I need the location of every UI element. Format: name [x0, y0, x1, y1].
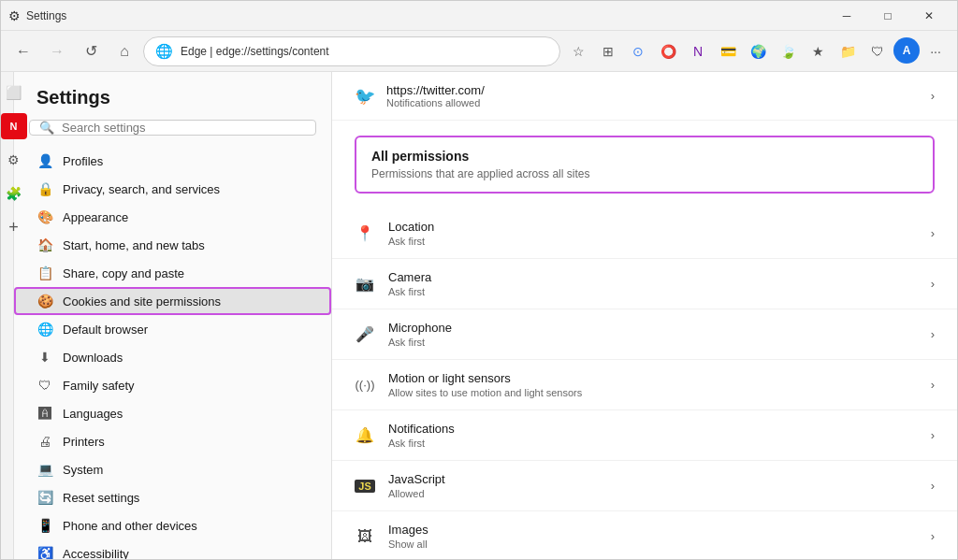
sidebar-item-label-system: System	[63, 463, 103, 477]
onenote-icon-btn[interactable]: N	[684, 37, 712, 65]
sidebar-item-family-safety[interactable]: 🛡 Family safety	[14, 371, 331, 399]
split-button[interactable]: ⊞	[594, 37, 622, 65]
permission-item-javascript[interactable]: JS JavaScript Allowed ›	[332, 461, 957, 511]
permission-item-camera[interactable]: 📷 Camera Ask first ›	[332, 259, 957, 309]
extensions-btn[interactable]: 🧩	[1, 180, 27, 207]
sidebar-item-label-downloads: Downloads	[63, 351, 123, 365]
reset-settings-icon: 🔄	[36, 490, 53, 505]
share-copy-icon: 📋	[36, 266, 53, 280]
twitter-details: https://twitter.com/ Notifications allow…	[386, 83, 485, 108]
sidebar-item-label-profiles: Profiles	[63, 154, 103, 168]
tabs-button[interactable]: ⬜	[1, 79, 27, 106]
content-area: 🐦 https://twitter.com/ Notifications all…	[332, 72, 957, 559]
location-name: Location	[388, 220, 434, 234]
sidebar-item-profiles[interactable]: 👤 Profiles	[14, 147, 331, 175]
address-url: edge://settings/content	[216, 45, 329, 58]
close-button[interactable]: ✕	[908, 1, 950, 31]
browser-window: ⚙ Settings ─ □ ✕ ← → ↺ ⌂ 🌐 Edge | edge:/…	[0, 0, 958, 560]
minimize-button[interactable]: ─	[826, 1, 867, 31]
maximize-button[interactable]: □	[867, 1, 908, 31]
sidebar-item-privacy[interactable]: 🔒 Privacy, search, and services	[14, 175, 331, 203]
images-chevron-icon: ›	[931, 529, 935, 543]
sidebar-item-start-home[interactable]: 🏠 Start, home, and new tabs	[14, 231, 331, 259]
permission-item-location[interactable]: 📍 Location Ask first ›	[332, 208, 957, 259]
downloads-icon: ⬇	[36, 350, 53, 365]
twitter-info: 🐦 https://twitter.com/ Notifications all…	[355, 83, 485, 108]
address-edge-label: Edge |	[181, 45, 216, 58]
permission-item-motion-sensors[interactable]: ((·)) Motion or light sensors Allow site…	[332, 360, 957, 410]
title-bar-controls: ─ □ ✕	[826, 1, 950, 31]
profile-avatar[interactable]: A	[893, 37, 920, 64]
star-button[interactable]: ☆	[564, 37, 592, 65]
home-button[interactable]: ⌂	[109, 36, 139, 66]
sidebar-item-printers[interactable]: 🖨 Printers	[14, 427, 331, 455]
permission-item-images[interactable]: 🖼 Images Show all ›	[332, 511, 957, 559]
twitter-site-name: https://twitter.com/	[386, 83, 485, 97]
sidebar-item-phone-devices[interactable]: 📱 Phone and other devices	[14, 511, 331, 539]
cashback-icon-btn[interactable]: 💳	[714, 37, 742, 65]
add-btn[interactable]: +	[1, 214, 27, 240]
sidebar-item-system[interactable]: 💻 System	[14, 455, 331, 483]
back-button[interactable]: ←	[8, 36, 38, 66]
forward-button[interactable]: →	[42, 36, 72, 66]
sidebar-item-reset-settings[interactable]: 🔄 Reset settings	[14, 483, 331, 511]
system-icon: 💻	[36, 462, 53, 477]
permission-left-motion-sensors: ((·)) Motion or light sensors Allow site…	[355, 371, 582, 398]
permission-item-notifications[interactable]: 🔔 Notifications Ask first ›	[332, 410, 957, 461]
sidebar-item-default-browser[interactable]: 🌐 Default browser	[14, 315, 331, 343]
search-input[interactable]	[62, 121, 306, 135]
images-name: Images	[388, 523, 428, 537]
address-text: Edge | edge://settings/content	[181, 45, 548, 58]
settings-title-icon: ⚙	[8, 8, 21, 23]
sidebar-item-label-appearance: Appearance	[63, 210, 128, 224]
all-permissions-box[interactable]: All permissions Permissions that are app…	[355, 136, 935, 194]
notifications-chevron-icon: ›	[931, 428, 935, 442]
sidebar-item-cookies[interactable]: 🍪 Cookies and site permissions	[14, 287, 331, 315]
motion-sensors-details: Motion or light sensors Allow sites to u…	[388, 371, 582, 398]
sidebar-item-label-privacy: Privacy, search, and services	[63, 182, 220, 196]
more-button[interactable]: ···	[922, 37, 950, 65]
permission-left-javascript: JS JavaScript Allowed	[355, 472, 445, 499]
microphone-status: Ask first	[388, 337, 452, 348]
default-browser-icon: 🌐	[36, 322, 53, 337]
sidebar-item-accessibility[interactable]: ♿ Accessibility	[14, 539, 331, 559]
all-permissions-title: All permissions	[371, 149, 918, 164]
search-box[interactable]: 🔍	[29, 120, 316, 136]
permission-left-notifications: 🔔 Notifications Ask first	[355, 422, 455, 449]
camera-status: Ask first	[388, 286, 431, 297]
sidebar-item-label-reset-settings: Reset settings	[63, 491, 139, 505]
chrome-icon-btn[interactable]: ⊙	[624, 37, 652, 65]
fav-icon-btn[interactable]: ★	[804, 37, 832, 65]
sidebar-item-label-printers: Printers	[63, 435, 105, 449]
sidebar-item-label-start-home: Start, home, and new tabs	[63, 238, 205, 252]
leaf-icon-btn[interactable]: 🍃	[774, 37, 802, 65]
title-bar-left: ⚙ Settings	[8, 8, 66, 23]
sidebar-item-downloads[interactable]: ⬇ Downloads	[14, 343, 331, 371]
settings-sidebar-btn[interactable]: ⚙	[1, 147, 27, 173]
profiles-icon: 👤	[36, 153, 53, 168]
twitter-row[interactable]: 🐦 https://twitter.com/ Notifications all…	[332, 72, 957, 121]
address-bar[interactable]: 🌐 Edge | edge://settings/content	[143, 36, 560, 66]
vpn-icon-btn[interactable]: 🌍	[744, 37, 772, 65]
sidebar-item-label-share-copy: Share, copy and paste	[63, 266, 184, 280]
permission-item-microphone[interactable]: 🎤 Microphone Ask first ›	[332, 309, 957, 360]
opera-icon-btn[interactable]: ⭕	[654, 37, 682, 65]
sidebar-item-appearance[interactable]: 🎨 Appearance	[14, 203, 331, 231]
twitter-site-status: Notifications allowed	[386, 97, 485, 108]
permission-left-location: 📍 Location Ask first	[355, 220, 434, 247]
images-status: Show all	[388, 538, 428, 550]
motion-sensors-status: Allow sites to use motion and light sens…	[388, 387, 582, 398]
refresh-button[interactable]: ↺	[76, 36, 106, 66]
title-bar: ⚙ Settings ─ □ ✕	[1, 1, 957, 31]
sidebar-item-label-default-browser: Default browser	[63, 323, 148, 337]
shield-btn[interactable]: 🛡	[864, 37, 892, 65]
languages-icon: 🅰	[36, 406, 53, 421]
accessibility-icon: ♿	[36, 546, 53, 559]
toolbar: ← → ↺ ⌂ 🌐 Edge | edge://settings/content…	[1, 31, 957, 72]
sidebar-item-share-copy[interactable]: 📋 Share, copy and paste	[14, 259, 331, 287]
netflix-button[interactable]: N	[1, 113, 27, 139]
collections-btn[interactable]: 📁	[834, 37, 862, 65]
sidebar-item-languages[interactable]: 🅰 Languages	[14, 399, 331, 427]
notifications-status: Ask first	[388, 438, 455, 449]
permission-left-camera: 📷 Camera Ask first	[355, 270, 431, 297]
